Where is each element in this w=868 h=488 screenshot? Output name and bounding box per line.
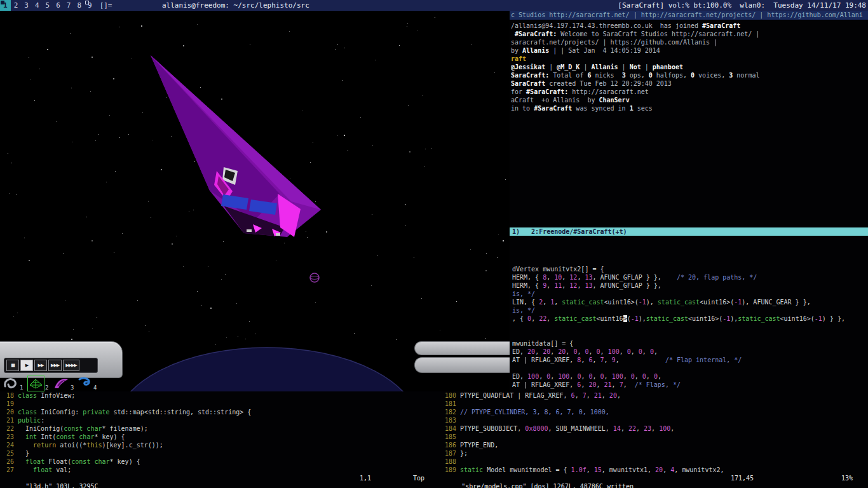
code-line: 180PTYPE_QUADFLAT | RFLAG_XREF, 6, 7, 21… [432, 391, 868, 400]
code-line: 26 float Float(const char* key) { [0, 458, 432, 466]
irc-line: raft [511, 55, 868, 63]
code-line: 187}; [432, 449, 868, 458]
desktop: 123456789 []= allanis@freedom: ~/src/lep… [0, 0, 868, 488]
line-number: 185 [432, 433, 460, 441]
line-number: 27 [0, 466, 18, 474]
dwm-tag-8[interactable]: 8 [74, 0, 85, 11]
code-line: HERM, { 8, 10, 12, 13, AFUNC_GFLAP } }, … [512, 273, 868, 281]
hud-slot-number: 4 [93, 384, 97, 391]
vim-models-window[interactable]: 180PTYPE_QUADFLAT | RFLAG_XREF, 6, 7, 21… [432, 391, 868, 488]
code-line: 25 } [0, 449, 432, 458]
tag-occupied-indicator [1, 1, 4, 4]
line-number: 181 [432, 400, 460, 408]
code-line: mwunitdata[] = { [512, 339, 868, 348]
dwm-tag-4[interactable]: 4 [32, 0, 43, 11]
irc-statusbar: 1) 2:Freenode/#SaraCraft(+t) [510, 227, 868, 236]
line-number: 26 [0, 458, 18, 466]
vim-scroll-pos: Top [413, 474, 424, 482]
dwm-tag-1[interactable]: 1 [0, 0, 11, 11]
irc-line: by Allanis | | Sat Jan 4 14:05:19 2014 [511, 46, 868, 55]
code-line: 183 [432, 416, 868, 424]
scanner-icon [3, 376, 18, 391]
vim-l3d-window[interactable]: 18class InfoView;1920class IniConfig: pr… [0, 391, 432, 488]
code-line: 21public: [0, 416, 432, 424]
hud-slot-ship-info[interactable]: 2 [28, 375, 48, 391]
hud-slot-scanner[interactable]: 1 [3, 375, 23, 391]
code-line [512, 364, 868, 372]
code-line: dVertex mwunitvtx2[] = { [512, 265, 868, 273]
code-line [512, 331, 868, 339]
hud-slot-comms[interactable]: 4 [76, 375, 97, 391]
dwm-window-title: allanis@freedom: ~/src/lephisto/src [162, 0, 309, 11]
code-line: LIN, { 2, 1, static_cast<uint16>(-1), st… [512, 298, 868, 306]
irc-line: saracraft.net/projects/ | https://github… [511, 38, 868, 46]
hud-right-top-panel [414, 341, 510, 355]
playback-play-button[interactable]: ▶ [20, 360, 33, 371]
time-control-strip: ▮▮▶▶▶▶▶▶▶▶▶▶ [4, 358, 98, 373]
code-line: 184PTYPE_SUBOBJECT, 0x8000, SUB_MAINWHEE… [432, 424, 868, 433]
code-line: 185 [432, 433, 868, 441]
line-number: 184 [432, 424, 460, 433]
line-number: 22 [0, 424, 18, 433]
hud-slot-number: 2 [45, 384, 48, 391]
irc-line: /allanis@94.197.174.43.threembb.co.uk ha… [511, 22, 868, 30]
line-number: 21 [0, 416, 18, 424]
code-line: 188 [432, 458, 868, 466]
code-line [512, 248, 868, 257]
hud-right-bottom-panel [414, 357, 510, 373]
vim-scroll-pos: 13% [841, 474, 853, 482]
hud-slot-number: 3 [71, 384, 74, 391]
playback-ff-2x-button[interactable]: ▶▶ [34, 360, 47, 371]
dwm-statusbar: 123456789 []= allanis@freedom: ~/src/lep… [0, 0, 868, 11]
dwm-tag-6[interactable]: 6 [53, 0, 64, 11]
playback-ff-4x-button[interactable]: ▶▶▶▶ [63, 360, 79, 371]
vim-ruler: 1,1 [360, 474, 371, 482]
dwm-tag-5[interactable]: 5 [43, 0, 53, 11]
code-line: 18class InfoView; [0, 391, 432, 400]
line-number: 20 [0, 408, 18, 416]
playback-pause-button[interactable]: ▮▮ [6, 360, 19, 371]
code-line: is, */ [512, 306, 868, 315]
irc-window[interactable]: c Studios http://saracraft.net/ | http:/… [510, 11, 868, 240]
dwm-tag-7[interactable]: 7 [64, 0, 74, 11]
code-line [512, 240, 868, 248]
dwm-layout-symbol[interactable]: []= [95, 0, 117, 11]
vim-buffer: 18class InfoView;1920class IniConfig: pr… [0, 391, 432, 474]
hud-slot-number: 1 [20, 384, 23, 391]
irc-line: SaraCraft: Total of 6 nicks 3 ops, 0 hal… [511, 71, 868, 79]
hud-slot-rotation[interactable]: 3 [53, 375, 74, 391]
dwm-tag-2[interactable]: 2 [11, 0, 22, 11]
line-number: 189 [432, 466, 460, 474]
dwm-tag-3[interactable]: 3 [21, 0, 32, 11]
spaceship [151, 55, 321, 237]
code-line: 19 [0, 400, 432, 408]
code-line: 20class IniConfig: private std::map<std:… [0, 408, 432, 416]
swoosh-icon [53, 376, 69, 391]
vim-models-clipped-area[interactable]: dVertex mwunitvtx2[] = {HERM, { 8, 10, 1… [510, 240, 868, 391]
code-line: is, */ [512, 290, 868, 298]
irc-line: #SaraCraft: Welcome to SaraCraft Studios… [511, 30, 868, 38]
code-line: AT | RFLAG_XREF, 8, 6, 7, 9, /* Flap int… [512, 356, 868, 364]
irc-topic-bar: c Studios http://saracraft.net/ | http:/… [510, 11, 868, 20]
game-window[interactable]: ▮▮▶▶▶▶▶▶▶▶▶▶ 1 2 3 [0, 11, 510, 391]
code-line: 24 return atoi((*this)[key].c_str()); [0, 441, 432, 449]
code-line: 186PTYPE_END, [432, 441, 868, 449]
code-line: 189static Model mwunitmodel = { 1.0f, 15… [432, 466, 868, 474]
vim-file-message: "sbre/models.cpp" [dos] 1267L, 48786C wr… [455, 483, 634, 488]
line-number: 18 [0, 391, 18, 400]
playback-ff-3x-button[interactable]: ▶▶▶ [48, 360, 62, 371]
line-number: 182 [432, 408, 460, 416]
orbit-logo [310, 273, 319, 282]
irc-line: aCraft +o Allanis by ChanServ [511, 96, 868, 104]
line-number: 25 [0, 449, 18, 458]
code-line: 27 float val; [0, 466, 432, 474]
code-line: HERM, { 9, 11, 12, 13, AFUNC_GFLAP } }, [512, 281, 868, 290]
dwm-status-text: [SaraCraft] vol:% bt:100.0% wlan0: Tuesd… [618, 0, 866, 11]
vim-ruler: 171,45 [731, 474, 754, 482]
dwm-tag-9[interactable]: 9 [85, 0, 95, 11]
vim-cmdline: "l3d.h" 103L, 3295C 1,1 Top [0, 474, 432, 483]
line-number: 187 [432, 449, 460, 458]
vim-file-message: "l3d.h" 103L, 3295C [23, 483, 98, 488]
code-line: 182// PTYPE_CYLINDER, 3, 8, 6, 7, 0, 100… [432, 408, 868, 416]
ship-wireframe-icon [28, 376, 44, 391]
